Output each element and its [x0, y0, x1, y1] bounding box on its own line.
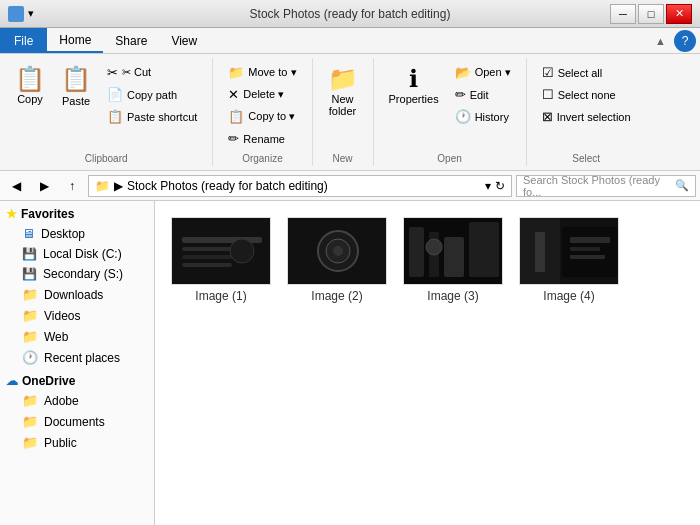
- file-item-2[interactable]: Image (2): [287, 217, 387, 303]
- svg-rect-20: [570, 237, 610, 243]
- app-icon: [8, 6, 24, 22]
- file-item-1[interactable]: Image (1): [171, 217, 271, 303]
- share-tab[interactable]: Share: [103, 28, 159, 53]
- favorites-section: ★ Favorites 🖥 Desktop 💾 Local Disk (C:) …: [0, 205, 154, 368]
- documents-icon: 📁: [22, 414, 38, 429]
- rename-icon: ✏: [228, 131, 239, 146]
- open-button[interactable]: 📂 Open ▾: [448, 62, 518, 83]
- new-folder-icon: 📁: [328, 67, 358, 91]
- adobe-label: Adobe: [44, 394, 79, 408]
- onedrive-header[interactable]: ☁ OneDrive: [0, 372, 154, 390]
- window-menu-icon[interactable]: ▾: [28, 7, 34, 20]
- edit-button[interactable]: ✏ Edit: [448, 84, 518, 105]
- file-area: Image (1) Image (2): [155, 201, 700, 525]
- open-group: ℹ Properties 📂 Open ▾ ✏ Edit 🕐 History O…: [374, 58, 527, 166]
- title-bar-title: Stock Photos (ready for batch editing): [0, 7, 700, 21]
- sidebar: ★ Favorites 🖥 Desktop 💾 Local Disk (C:) …: [0, 201, 155, 525]
- delete-button[interactable]: ✕ Delete ▾: [221, 84, 303, 105]
- sidebar-item-secondary[interactable]: 💾 Secondary (S:): [0, 264, 154, 284]
- move-icon: 📁: [228, 65, 244, 80]
- new-label: New: [333, 153, 353, 164]
- sidebar-item-videos[interactable]: 📁 Videos: [0, 305, 154, 326]
- copy-button[interactable]: 📋 Copy: [8, 62, 52, 110]
- file-menu[interactable]: File: [0, 28, 47, 53]
- svg-rect-11: [409, 227, 424, 277]
- file-name-2: Image (2): [311, 289, 362, 303]
- new-buttons: 📁 Newfolder: [321, 60, 365, 151]
- view-tab[interactable]: View: [159, 28, 209, 53]
- minimize-button[interactable]: ─: [610, 4, 636, 24]
- cut-button[interactable]: ✂ ✂ Cut: [100, 62, 204, 83]
- menu-bar: File Home Share View ▲ ?: [0, 28, 700, 54]
- public-icon: 📁: [22, 435, 38, 450]
- onedrive-section: ☁ OneDrive 📁 Adobe 📁 Documents 📁 Public: [0, 372, 154, 453]
- breadcrumb[interactable]: 📁 ▶ Stock Photos (ready for batch editin…: [88, 175, 512, 197]
- properties-button[interactable]: ℹ Properties: [382, 62, 446, 110]
- select-all-icon: ☑: [542, 65, 554, 80]
- breadcrumb-path: Stock Photos (ready for batch editing): [127, 179, 328, 193]
- sidebar-item-documents[interactable]: 📁 Documents: [0, 411, 154, 432]
- sidebar-item-web[interactable]: 📁 Web: [0, 326, 154, 347]
- file-name-4: Image (4): [543, 289, 594, 303]
- rename-button[interactable]: ✏ Rename: [221, 128, 303, 149]
- file-thumb-1: [171, 217, 271, 285]
- title-bar: ▾ Stock Photos (ready for batch editing)…: [0, 0, 700, 28]
- organize-label: Organize: [242, 153, 283, 164]
- sidebar-item-downloads[interactable]: 📁 Downloads: [0, 284, 154, 305]
- address-bar: ◀ ▶ ↑ 📁 ▶ Stock Photos (ready for batch …: [0, 171, 700, 201]
- home-tab[interactable]: Home: [47, 28, 103, 53]
- search-box[interactable]: Search Stock Photos (ready fo... 🔍: [516, 175, 696, 197]
- paste-shortcut-button[interactable]: 📋 Paste shortcut: [100, 106, 204, 127]
- copy-path-button[interactable]: 📄 Copy path: [100, 84, 204, 105]
- new-group: 📁 Newfolder New: [313, 58, 374, 166]
- clipboard-group: 📋 Copy 📋 Paste ✂ ✂ Cut 📄 Copy path 📋 Pa: [0, 58, 213, 166]
- help-button[interactable]: ?: [674, 30, 696, 52]
- history-button[interactable]: 🕐 History: [448, 106, 518, 127]
- svg-rect-22: [570, 255, 605, 259]
- svg-rect-21: [570, 247, 600, 251]
- desktop-icon: 🖥: [22, 226, 35, 241]
- videos-label: Videos: [44, 309, 80, 323]
- refresh-icon[interactable]: ↻: [495, 179, 505, 193]
- breadcrumb-dropdown-icon[interactable]: ▾: [485, 179, 491, 193]
- secondary-label: Secondary (S:): [43, 267, 123, 281]
- maximize-button[interactable]: □: [638, 4, 664, 24]
- paste-icon: 📋: [61, 67, 91, 91]
- downloads-icon: 📁: [22, 287, 38, 302]
- up-button[interactable]: ↑: [60, 175, 84, 197]
- delete-icon: ✕: [228, 87, 239, 102]
- onedrive-label: OneDrive: [22, 374, 75, 388]
- copy-to-button[interactable]: 📋 Copy to ▾: [221, 106, 303, 127]
- file-thumb-4: [519, 217, 619, 285]
- file-item-4[interactable]: Image (4): [519, 217, 619, 303]
- videos-icon: 📁: [22, 308, 38, 323]
- local-disk-icon: 💾: [22, 247, 37, 261]
- svg-point-9: [333, 246, 343, 256]
- sidebar-item-local-disk[interactable]: 💾 Local Disk (C:): [0, 244, 154, 264]
- main-content: ★ Favorites 🖥 Desktop 💾 Local Disk (C:) …: [0, 201, 700, 525]
- select-all-button[interactable]: ☑ Select all: [535, 62, 638, 83]
- open-icon: 📂: [455, 65, 471, 80]
- select-none-button[interactable]: ☐ Select none: [535, 84, 638, 105]
- move-to-button[interactable]: 📁 Move to ▾: [221, 62, 303, 83]
- close-button[interactable]: ✕: [666, 4, 692, 24]
- back-button[interactable]: ◀: [4, 175, 28, 197]
- new-folder-button[interactable]: 📁 Newfolder: [321, 62, 365, 122]
- sidebar-item-desktop[interactable]: 🖥 Desktop: [0, 223, 154, 244]
- search-icon: 🔍: [675, 179, 689, 192]
- paste-button[interactable]: 📋 Paste: [54, 62, 98, 112]
- sidebar-item-adobe[interactable]: 📁 Adobe: [0, 390, 154, 411]
- file-item-3[interactable]: Image (3): [403, 217, 503, 303]
- favorites-header[interactable]: ★ Favorites: [0, 205, 154, 223]
- properties-icon: ℹ: [409, 67, 418, 91]
- ribbon-toggle[interactable]: ▲: [647, 35, 674, 47]
- forward-button[interactable]: ▶: [32, 175, 56, 197]
- copy-to-icon: 📋: [228, 109, 244, 124]
- sidebar-item-recent[interactable]: 🕐 Recent places: [0, 347, 154, 368]
- file-name-1: Image (1): [195, 289, 246, 303]
- open-label: Open: [437, 153, 461, 164]
- history-icon: 🕐: [455, 109, 471, 124]
- sidebar-item-public[interactable]: 📁 Public: [0, 432, 154, 453]
- invert-selection-button[interactable]: ⊠ Invert selection: [535, 106, 638, 127]
- title-bar-icons: ▾: [8, 6, 34, 22]
